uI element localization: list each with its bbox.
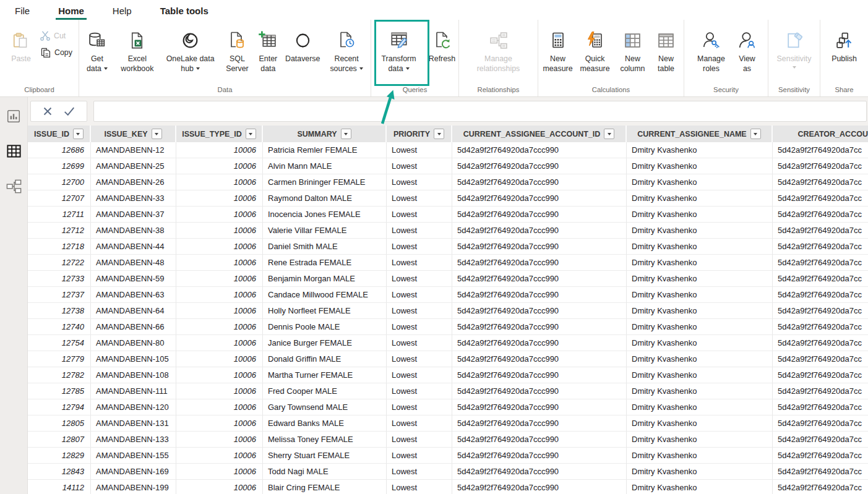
cell-issue-type-id[interactable]: 10006 xyxy=(176,303,263,319)
manage-roles-button[interactable]: Manage roles xyxy=(690,25,733,74)
cell-creator-account[interactable]: 5d42a9f2f764920da7cc xyxy=(773,351,868,367)
cell-summary[interactable]: Gary Townsend MALE xyxy=(263,399,387,415)
dataverse-button[interactable]: Dataverse xyxy=(283,25,322,64)
column-header-summary[interactable]: SUMMARY xyxy=(263,126,387,142)
cell-issue-key[interactable]: AMANDABENN-133 xyxy=(91,432,176,448)
cell-priority[interactable]: Lowest xyxy=(387,464,452,480)
cell-assignee-name[interactable]: Dmitry Kvashenko xyxy=(627,383,773,399)
cell-issue-type-id[interactable]: 10006 xyxy=(176,367,263,383)
formula-input[interactable] xyxy=(93,101,867,122)
filter-dropdown-icon[interactable] xyxy=(246,129,256,139)
cell-summary[interactable]: Edward Banks MALE xyxy=(263,415,387,432)
cell-issue-type-id[interactable]: 10006 xyxy=(176,480,263,494)
cell-issue-key[interactable]: AMANDABENN-169 xyxy=(91,464,176,480)
cell-assignee-name[interactable]: Dmitry Kvashenko xyxy=(627,158,773,174)
cell-issue-key[interactable]: AMANDABENN-66 xyxy=(91,319,176,335)
cell-assignee-name[interactable]: Dmitry Kvashenko xyxy=(627,480,773,494)
cell-summary[interactable]: Alvin Mann MALE xyxy=(263,158,387,174)
cell-issue-id[interactable]: 12740 xyxy=(28,319,91,335)
cell-assignee-account-id[interactable]: 5d42a9f2f764920da7ccc990 xyxy=(452,174,627,190)
cell-issue-type-id[interactable]: 10006 xyxy=(176,223,263,239)
cell-issue-id[interactable]: 12805 xyxy=(28,415,91,432)
cell-issue-id[interactable]: 12712 xyxy=(28,223,91,239)
cell-summary[interactable]: Dennis Poole MALE xyxy=(263,319,387,335)
excel-workbook-button[interactable]: Excel workbook xyxy=(115,25,160,74)
cell-creator-account[interactable]: 5d42a9f2f764920da7cc xyxy=(773,399,868,415)
column-header-current-assignee-account-id[interactable]: CURRENT_ASSIGNEE_ACCOUNT_ID xyxy=(452,126,627,142)
cell-issue-key[interactable]: AMANDABENN-44 xyxy=(91,239,176,255)
cell-issue-type-id[interactable]: 10006 xyxy=(176,415,263,432)
cell-creator-account[interactable]: 5d42a9f2f764920da7cc xyxy=(773,287,868,303)
cell-issue-type-id[interactable]: 10006 xyxy=(176,158,263,174)
cell-issue-id[interactable]: 12738 xyxy=(28,303,91,319)
filter-dropdown-icon[interactable] xyxy=(604,129,614,139)
cell-creator-account[interactable]: 5d42a9f2f764920da7cc xyxy=(773,383,868,399)
cell-assignee-account-id[interactable]: 5d42a9f2f764920da7ccc990 xyxy=(452,335,627,351)
transform-data-button[interactable]: Transform data xyxy=(372,25,426,74)
cell-creator-account[interactable]: 5d42a9f2f764920da7cc xyxy=(773,303,868,319)
cell-priority[interactable]: Lowest xyxy=(387,432,452,448)
cell-issue-key[interactable]: AMANDABENN-80 xyxy=(91,335,176,351)
cell-summary[interactable]: Carmen Brininger FEMALE xyxy=(263,174,387,190)
cell-assignee-account-id[interactable]: 5d42a9f2f764920da7ccc990 xyxy=(452,239,627,255)
report-view-button[interactable] xyxy=(6,108,22,124)
cell-assignee-name[interactable]: Dmitry Kvashenko xyxy=(627,239,773,255)
new-measure-button[interactable]: New measure xyxy=(541,25,575,74)
cell-summary[interactable]: Martha Turner FEMALE xyxy=(263,367,387,383)
cell-assignee-name[interactable]: Dmitry Kvashenko xyxy=(627,142,773,158)
filter-dropdown-icon[interactable] xyxy=(434,129,444,139)
column-header-current-assignee-name[interactable]: CURRENT_ASSIGNEE_NAME xyxy=(627,126,773,142)
cell-priority[interactable]: Lowest xyxy=(387,351,452,367)
cell-creator-account[interactable]: 5d42a9f2f764920da7cc xyxy=(773,432,868,448)
cell-issue-id[interactable]: 12794 xyxy=(28,399,91,415)
data-view-button[interactable] xyxy=(6,143,22,160)
cell-issue-id[interactable]: 12754 xyxy=(28,335,91,351)
cell-creator-account[interactable]: 5d42a9f2f764920da7cc xyxy=(773,239,868,255)
cell-summary[interactable]: Holly Norfleet FEMALE xyxy=(263,303,387,319)
cell-priority[interactable]: Lowest xyxy=(387,367,452,383)
tab-table-tools[interactable]: Table tools xyxy=(159,3,210,20)
cell-issue-id[interactable]: 12700 xyxy=(28,174,91,190)
cell-creator-account[interactable]: 5d42a9f2f764920da7cc xyxy=(773,255,868,271)
cell-creator-account[interactable]: 5d42a9f2f764920da7cc xyxy=(773,464,868,480)
cell-assignee-account-id[interactable]: 5d42a9f2f764920da7ccc990 xyxy=(452,448,627,464)
cell-issue-type-id[interactable]: 10006 xyxy=(176,190,263,207)
cell-issue-key[interactable]: AMANDABENN-108 xyxy=(91,367,176,383)
cell-priority[interactable]: Lowest xyxy=(387,190,452,207)
cell-assignee-account-id[interactable]: 5d42a9f2f764920da7ccc990 xyxy=(452,383,627,399)
cell-assignee-account-id[interactable]: 5d42a9f2f764920da7ccc990 xyxy=(452,190,627,207)
cell-summary[interactable]: Fred Cooper MALE xyxy=(263,383,387,399)
cell-issue-type-id[interactable]: 10006 xyxy=(176,142,263,158)
filter-dropdown-icon[interactable] xyxy=(750,129,761,139)
cell-issue-type-id[interactable]: 10006 xyxy=(176,287,263,303)
cell-issue-id[interactable]: 12843 xyxy=(28,464,91,480)
cell-issue-key[interactable]: AMANDABENN-120 xyxy=(91,399,176,415)
cell-issue-id[interactable]: 12699 xyxy=(28,158,91,174)
column-header-issue-id[interactable]: ISSUE_ID xyxy=(28,126,91,142)
cell-summary[interactable]: Donald Griffin MALE xyxy=(263,351,387,367)
cell-issue-type-id[interactable]: 10006 xyxy=(176,448,263,464)
cell-summary[interactable]: Benjamin Morgan MALE xyxy=(263,271,387,287)
cell-summary[interactable]: Daniel Smith MALE xyxy=(263,239,387,255)
cell-assignee-name[interactable]: Dmitry Kvashenko xyxy=(627,271,773,287)
cell-priority[interactable]: Lowest xyxy=(387,223,452,239)
recent-sources-button[interactable]: Recent sources xyxy=(322,25,371,74)
cell-summary[interactable]: Sherry Stuart FEMALE xyxy=(263,448,387,464)
cell-issue-key[interactable]: AMANDABENN-25 xyxy=(91,158,176,174)
cell-assignee-name[interactable]: Dmitry Kvashenko xyxy=(627,399,773,415)
cell-issue-type-id[interactable]: 10006 xyxy=(176,271,263,287)
cell-priority[interactable]: Lowest xyxy=(387,399,452,415)
cell-assignee-account-id[interactable]: 5d42a9f2f764920da7ccc990 xyxy=(452,432,627,448)
cell-issue-key[interactable]: AMANDABENN-37 xyxy=(91,207,176,223)
cell-issue-type-id[interactable]: 10006 xyxy=(176,335,263,351)
cell-creator-account[interactable]: 5d42a9f2f764920da7cc xyxy=(773,271,868,287)
cell-summary[interactable]: Raymond Dalton MALE xyxy=(263,190,387,207)
cell-assignee-name[interactable]: Dmitry Kvashenko xyxy=(627,319,773,335)
cell-issue-id[interactable]: 12807 xyxy=(28,432,91,448)
cell-issue-key[interactable]: AMANDABENN-64 xyxy=(91,303,176,319)
cell-issue-id[interactable]: 12707 xyxy=(28,190,91,207)
cell-assignee-account-id[interactable]: 5d42a9f2f764920da7ccc990 xyxy=(452,271,627,287)
cell-assignee-account-id[interactable]: 5d42a9f2f764920da7ccc990 xyxy=(452,255,627,271)
filter-dropdown-icon[interactable] xyxy=(73,129,84,139)
cell-assignee-name[interactable]: Dmitry Kvashenko xyxy=(627,367,773,383)
